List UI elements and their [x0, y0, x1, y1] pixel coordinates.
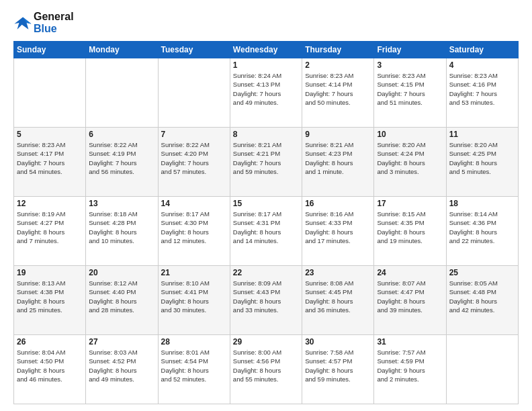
calendar-cell: 23Sunrise: 8:08 AM Sunset: 4:45 PM Dayli…: [302, 266, 374, 335]
calendar-cell: 19Sunrise: 8:13 AM Sunset: 4:38 PM Dayli…: [14, 266, 86, 335]
calendar-cell: 22Sunrise: 8:09 AM Sunset: 4:43 PM Dayli…: [230, 266, 302, 335]
calendar-cell: 27Sunrise: 8:03 AM Sunset: 4:52 PM Dayli…: [86, 335, 158, 404]
day-number: 23: [305, 268, 371, 277]
day-number: 31: [377, 337, 443, 347]
day-number: 2: [305, 60, 371, 70]
calendar-cell: 10Sunrise: 8:20 AM Sunset: 4:24 PM Dayli…: [374, 128, 446, 197]
calendar-cell: 29Sunrise: 8:00 AM Sunset: 4:56 PM Dayli…: [230, 335, 302, 404]
day-number: 28: [161, 337, 227, 347]
day-number: 25: [449, 268, 515, 277]
day-info: Sunrise: 7:58 AM Sunset: 4:57 PM Dayligh…: [305, 348, 371, 383]
day-info: Sunrise: 7:57 AM Sunset: 4:59 PM Dayligh…: [377, 348, 443, 383]
header-wednesday: Wednesday: [230, 42, 302, 58]
day-info: Sunrise: 8:03 AM Sunset: 4:52 PM Dayligh…: [89, 348, 154, 383]
calendar-cell: [14, 58, 86, 128]
calendar-week-row: 5Sunrise: 8:23 AM Sunset: 4:17 PM Daylig…: [14, 128, 519, 197]
calendar-cell: 21Sunrise: 8:10 AM Sunset: 4:41 PM Dayli…: [158, 266, 230, 335]
page: General Blue Sunday Monday Tuesday Wedne…: [0, 0, 532, 411]
day-info: Sunrise: 8:09 AM Sunset: 4:43 PM Dayligh…: [233, 279, 299, 314]
day-info: Sunrise: 8:00 AM Sunset: 4:56 PM Dayligh…: [233, 348, 299, 383]
day-number: 7: [161, 130, 227, 139]
calendar-cell: 16Sunrise: 8:16 AM Sunset: 4:33 PM Dayli…: [302, 197, 374, 266]
calendar-cell: 6Sunrise: 8:22 AM Sunset: 4:19 PM Daylig…: [86, 128, 158, 197]
calendar-cell: 15Sunrise: 8:17 AM Sunset: 4:31 PM Dayli…: [230, 197, 302, 266]
calendar-cell: 9Sunrise: 8:21 AM Sunset: 4:23 PM Daylig…: [302, 128, 374, 197]
day-info: Sunrise: 8:17 AM Sunset: 4:30 PM Dayligh…: [161, 210, 227, 245]
day-number: 24: [377, 268, 443, 277]
header: General Blue: [13, 11, 519, 34]
header-tuesday: Tuesday: [158, 42, 230, 58]
day-number: 10: [377, 130, 443, 139]
day-info: Sunrise: 8:24 AM Sunset: 4:13 PM Dayligh…: [233, 71, 299, 107]
header-sunday: Sunday: [14, 42, 86, 58]
calendar-cell: 8Sunrise: 8:21 AM Sunset: 4:21 PM Daylig…: [230, 128, 302, 197]
day-number: 19: [17, 268, 83, 277]
day-number: 1: [233, 60, 299, 70]
calendar-cell: 24Sunrise: 8:07 AM Sunset: 4:47 PM Dayli…: [374, 266, 446, 335]
day-number: 26: [17, 337, 83, 347]
calendar-cell: 12Sunrise: 8:19 AM Sunset: 4:27 PM Dayli…: [14, 197, 86, 266]
day-number: 8: [233, 130, 299, 139]
logo-text: General Blue: [34, 11, 74, 34]
calendar-cell: 5Sunrise: 8:23 AM Sunset: 4:17 PM Daylig…: [14, 128, 86, 197]
calendar-header-row: Sunday Monday Tuesday Wednesday Thursday…: [14, 42, 519, 58]
day-info: Sunrise: 8:07 AM Sunset: 4:47 PM Dayligh…: [377, 279, 443, 314]
day-info: Sunrise: 8:20 AM Sunset: 4:25 PM Dayligh…: [449, 140, 515, 176]
day-number: 5: [17, 130, 83, 139]
calendar-cell: [158, 58, 230, 128]
header-thursday: Thursday: [302, 42, 374, 58]
day-info: Sunrise: 8:10 AM Sunset: 4:41 PM Dayligh…: [161, 279, 227, 314]
day-info: Sunrise: 8:19 AM Sunset: 4:27 PM Dayligh…: [17, 210, 83, 245]
day-number: 6: [89, 130, 154, 139]
calendar-cell: 3Sunrise: 8:23 AM Sunset: 4:15 PM Daylig…: [374, 58, 446, 128]
day-info: Sunrise: 8:21 AM Sunset: 4:21 PM Dayligh…: [233, 140, 299, 176]
day-number: 17: [377, 199, 443, 208]
calendar-cell: [446, 335, 518, 404]
calendar-week-row: 19Sunrise: 8:13 AM Sunset: 4:38 PM Dayli…: [14, 266, 519, 335]
day-number: 30: [305, 337, 371, 347]
day-number: 14: [161, 199, 227, 208]
day-info: Sunrise: 8:17 AM Sunset: 4:31 PM Dayligh…: [233, 210, 299, 245]
calendar-cell: 28Sunrise: 8:01 AM Sunset: 4:54 PM Dayli…: [158, 335, 230, 404]
day-number: 22: [233, 268, 299, 277]
day-info: Sunrise: 8:23 AM Sunset: 4:15 PM Dayligh…: [377, 71, 443, 107]
calendar-table: Sunday Monday Tuesday Wednesday Thursday…: [13, 41, 519, 404]
calendar-week-row: 26Sunrise: 8:04 AM Sunset: 4:50 PM Dayli…: [14, 335, 519, 404]
day-number: 20: [89, 268, 154, 277]
header-monday: Monday: [86, 42, 158, 58]
day-info: Sunrise: 8:01 AM Sunset: 4:54 PM Dayligh…: [161, 348, 227, 383]
day-info: Sunrise: 8:23 AM Sunset: 4:14 PM Dayligh…: [305, 71, 371, 107]
calendar-cell: 18Sunrise: 8:14 AM Sunset: 4:36 PM Dayli…: [446, 197, 518, 266]
day-number: 27: [89, 337, 154, 347]
calendar-cell: 13Sunrise: 8:18 AM Sunset: 4:28 PM Dayli…: [86, 197, 158, 266]
day-info: Sunrise: 8:16 AM Sunset: 4:33 PM Dayligh…: [305, 210, 371, 245]
day-info: Sunrise: 8:04 AM Sunset: 4:50 PM Dayligh…: [17, 348, 83, 383]
day-info: Sunrise: 8:13 AM Sunset: 4:38 PM Dayligh…: [17, 279, 83, 314]
day-number: 3: [377, 60, 443, 70]
day-number: 13: [89, 199, 154, 208]
calendar-week-row: 1Sunrise: 8:24 AM Sunset: 4:13 PM Daylig…: [14, 58, 519, 128]
calendar-cell: 2Sunrise: 8:23 AM Sunset: 4:14 PM Daylig…: [302, 58, 374, 128]
calendar-cell: [86, 58, 158, 128]
calendar-cell: 31Sunrise: 7:57 AM Sunset: 4:59 PM Dayli…: [374, 335, 446, 404]
day-number: 9: [305, 130, 371, 139]
day-info: Sunrise: 8:20 AM Sunset: 4:24 PM Dayligh…: [377, 140, 443, 176]
day-info: Sunrise: 8:12 AM Sunset: 4:40 PM Dayligh…: [89, 279, 154, 314]
day-info: Sunrise: 8:15 AM Sunset: 4:35 PM Dayligh…: [377, 210, 443, 245]
day-info: Sunrise: 8:05 AM Sunset: 4:48 PM Dayligh…: [449, 279, 515, 314]
day-number: 15: [233, 199, 299, 208]
svg-marker-0: [14, 17, 31, 29]
day-info: Sunrise: 8:22 AM Sunset: 4:20 PM Dayligh…: [161, 140, 227, 176]
calendar-cell: 11Sunrise: 8:20 AM Sunset: 4:25 PM Dayli…: [446, 128, 518, 197]
day-number: 11: [449, 130, 515, 139]
day-info: Sunrise: 8:18 AM Sunset: 4:28 PM Dayligh…: [89, 210, 154, 245]
day-number: 29: [233, 337, 299, 347]
calendar-cell: 7Sunrise: 8:22 AM Sunset: 4:20 PM Daylig…: [158, 128, 230, 197]
day-info: Sunrise: 8:21 AM Sunset: 4:23 PM Dayligh…: [305, 140, 371, 176]
day-info: Sunrise: 8:22 AM Sunset: 4:19 PM Dayligh…: [89, 140, 154, 176]
calendar-cell: 1Sunrise: 8:24 AM Sunset: 4:13 PM Daylig…: [230, 58, 302, 128]
logo-icon: [13, 13, 32, 32]
calendar-cell: 30Sunrise: 7:58 AM Sunset: 4:57 PM Dayli…: [302, 335, 374, 404]
logo: General Blue: [13, 11, 74, 34]
day-number: 4: [449, 60, 515, 70]
